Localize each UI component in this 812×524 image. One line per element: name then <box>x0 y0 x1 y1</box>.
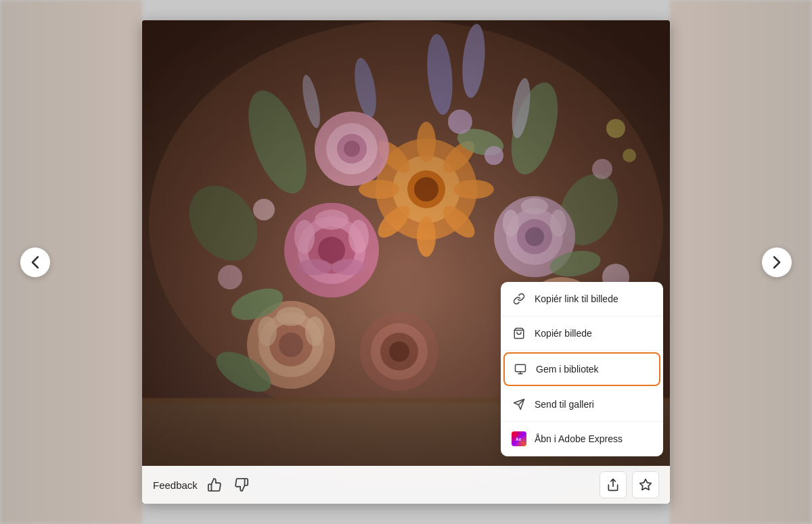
svg-text:Ae: Ae <box>516 437 522 442</box>
feedback-label: Feedback <box>153 479 198 491</box>
feedback-section: Feedback <box>153 475 252 495</box>
svg-marker-75 <box>640 479 652 490</box>
menu-label-copy-link: Kopiér link til billede <box>535 293 618 304</box>
menu-item-save-library[interactable]: Gem i bibliotek <box>503 352 660 386</box>
copy-image-icon <box>512 326 526 341</box>
menu-label-send-gallery: Send til galleri <box>535 399 594 410</box>
bottom-bar: Feedback <box>142 466 670 504</box>
favorite-button[interactable] <box>632 471 659 498</box>
menu-label-adobe-express: Åbn i Adobe Express <box>535 433 623 444</box>
share-button[interactable] <box>600 471 627 498</box>
svg-rect-77 <box>516 364 526 372</box>
menu-label-save-library: Gem i bibliotek <box>536 364 599 375</box>
bottom-actions <box>600 471 659 498</box>
menu-item-send-gallery[interactable]: Send til galleri <box>501 387 663 422</box>
save-library-icon <box>513 362 528 377</box>
menu-item-copy-image[interactable]: Kopiér billede <box>501 316 663 351</box>
viewer-container: Feedback <box>0 0 812 524</box>
adobe-express-icon: Ae <box>512 431 526 446</box>
next-button[interactable] <box>762 247 792 277</box>
image-frame: Feedback <box>142 20 670 504</box>
menu-item-copy-link[interactable]: Kopiér link til billede <box>501 282 663 316</box>
context-menu: Kopiér link til billede Kopiér billede <box>501 282 663 456</box>
copy-link-icon <box>512 291 526 306</box>
thumbs-up-button[interactable] <box>204 475 225 495</box>
prev-button[interactable] <box>20 247 50 277</box>
thumbs-down-button[interactable] <box>231 475 252 495</box>
send-gallery-icon <box>512 397 526 412</box>
menu-item-adobe-express[interactable]: Ae Åbn i Adobe Express <box>501 422 663 456</box>
menu-label-copy-image: Kopiér billede <box>535 328 592 339</box>
